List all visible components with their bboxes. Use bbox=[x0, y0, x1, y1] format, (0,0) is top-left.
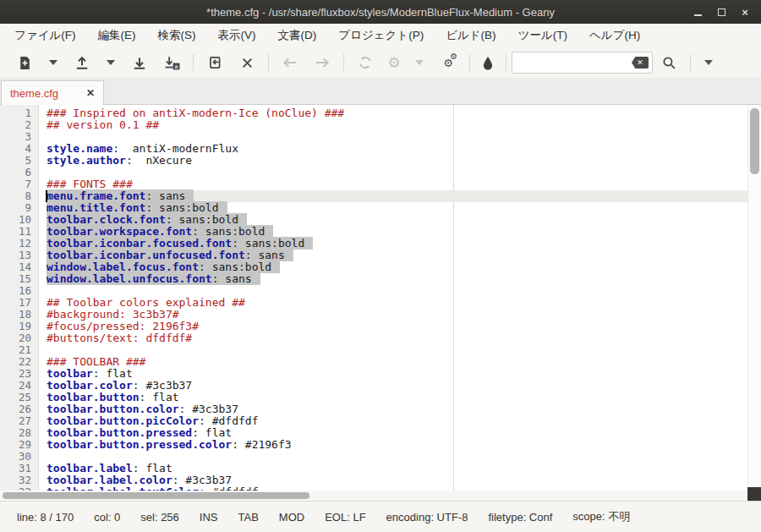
toolbar-separator bbox=[690, 54, 691, 71]
compile-refresh-icon bbox=[358, 55, 373, 70]
menu-item-6[interactable]: プロジェクト(P) bbox=[327, 25, 435, 47]
window-title: *theme.cfg - /usr/share/fluxbox/styles/M… bbox=[0, 6, 761, 19]
back-arrow-icon bbox=[282, 57, 298, 69]
code-line: toolbar.button.color: #3c3b37 bbox=[47, 403, 747, 415]
save-file-button[interactable] bbox=[123, 50, 156, 75]
close-icon: × bbox=[742, 6, 748, 19]
new-dropdown-button[interactable] bbox=[41, 50, 66, 75]
line-number: 31 bbox=[0, 463, 31, 474]
close-file-icon bbox=[241, 57, 254, 69]
line-number: 17 bbox=[0, 297, 31, 309]
open-dropdown-button[interactable] bbox=[98, 50, 123, 75]
statusbar-item-1: line: 8 / 170 bbox=[17, 511, 74, 524]
menu-item-8[interactable]: ツール(T) bbox=[507, 25, 578, 47]
minimize-button[interactable] bbox=[688, 3, 707, 20]
color-chooser-button[interactable] bbox=[475, 50, 501, 75]
code-lines[interactable]: ### Inspired on antiX-modern-Ice (noClue… bbox=[40, 105, 747, 491]
tab-close-icon[interactable]: ✕ bbox=[86, 87, 95, 99]
chevron-down-icon bbox=[49, 60, 57, 65]
code-line: #buttons/text: dfdfdf# bbox=[47, 332, 747, 344]
maximize-icon bbox=[718, 8, 725, 16]
code-line: style.name: antiX-modernFlux bbox=[47, 143, 747, 155]
horizontal-scrollbar-thumb[interactable] bbox=[3, 492, 309, 499]
line-number: 11 bbox=[0, 226, 31, 238]
geany-window: *theme.cfg - /usr/share/fluxbox/styles/M… bbox=[0, 0, 761, 532]
code-line: menu.title.font: sans:bold bbox=[47, 202, 747, 214]
navigate-forward-button[interactable] bbox=[306, 50, 338, 75]
code-line: toolbar.iconbar.unfocused.font: sans bbox=[47, 250, 747, 261]
menu-item-4[interactable]: 表示(V) bbox=[207, 25, 267, 47]
compile-button[interactable] bbox=[349, 50, 381, 75]
toolbar-separator bbox=[506, 54, 506, 71]
code-line bbox=[47, 451, 747, 463]
navigate-back-button[interactable] bbox=[274, 50, 306, 75]
window-controls: × bbox=[688, 3, 761, 20]
code-line: toolbar.workspace.font: sans:bold bbox=[47, 226, 747, 238]
code-line: toolbar.label: flat bbox=[47, 463, 747, 474]
code-line: window.label.focus.font: sans:bold bbox=[47, 261, 747, 273]
line-number: 24 bbox=[0, 380, 31, 392]
open-file-button[interactable] bbox=[66, 50, 98, 75]
search-button[interactable] bbox=[653, 50, 685, 75]
line-number: 13 bbox=[0, 250, 31, 261]
menu-item-2[interactable]: 編集(E) bbox=[87, 25, 147, 47]
code-line: toolbar.button: flat bbox=[47, 392, 747, 403]
tab-theme-cfg[interactable]: theme.cfg ✕ bbox=[1, 80, 104, 105]
statusbar-item-5: TAB bbox=[238, 511, 259, 524]
run-gears-icon: ⚙⚙ bbox=[443, 58, 453, 69]
vertical-scrollbar-thumb[interactable] bbox=[750, 108, 759, 174]
chevron-down-icon bbox=[415, 60, 424, 65]
statusbar-item-7: EOL: LF bbox=[325, 511, 365, 524]
editor[interactable]: 1234567891011121314151617181920212223242… bbox=[0, 105, 761, 501]
statusbar-item-10: scope: 不明 bbox=[572, 509, 630, 524]
line-number: 2 bbox=[0, 119, 31, 131]
clear-search-icon[interactable]: ✕ bbox=[632, 57, 649, 69]
toolbar-overflow-button[interactable] bbox=[696, 50, 721, 75]
save-all-button[interactable]: a bbox=[156, 50, 188, 75]
close-file-button[interactable] bbox=[231, 50, 263, 75]
line-number: 9 bbox=[0, 202, 31, 214]
line-number: 6 bbox=[0, 167, 31, 178]
search-icon bbox=[662, 56, 676, 70]
menu-item-5[interactable]: 文書(D) bbox=[267, 25, 328, 47]
toolbar-separator bbox=[469, 54, 470, 71]
build-dropdown-button[interactable] bbox=[407, 50, 432, 75]
code-line: ## version 0.1 ## bbox=[47, 119, 747, 131]
svg-text:a: a bbox=[174, 63, 178, 70]
menu-item-3[interactable]: 検索(S) bbox=[147, 25, 207, 47]
statusbar-item-6: MOD bbox=[279, 511, 304, 524]
forward-arrow-icon bbox=[315, 57, 330, 69]
toolbar-separator bbox=[343, 54, 344, 71]
revert-file-button[interactable] bbox=[199, 50, 231, 75]
vertical-scrollbar[interactable] bbox=[747, 105, 761, 491]
line-number: 15 bbox=[0, 273, 31, 285]
tab-label: theme.cfg bbox=[10, 87, 58, 100]
close-button[interactable]: × bbox=[736, 3, 754, 20]
maximize-button[interactable] bbox=[712, 3, 731, 20]
menu-item-9[interactable]: ヘルプ(H) bbox=[578, 25, 651, 47]
build-button[interactable]: ⚙ bbox=[381, 50, 407, 75]
menubar: ファイル(F)編集(E)検索(S)表示(V)文書(D)プロジェクト(P)ビルド(… bbox=[0, 24, 761, 47]
search-input[interactable]: ✕ bbox=[512, 52, 653, 74]
new-document-button[interactable] bbox=[8, 50, 41, 75]
line-number: 8 bbox=[0, 190, 31, 202]
toolbar-separator bbox=[193, 54, 194, 71]
horizontal-scrollbar[interactable] bbox=[0, 491, 747, 501]
toolbar-separator bbox=[268, 54, 269, 71]
code-line bbox=[47, 131, 747, 143]
menu-item-1[interactable]: ファイル(F) bbox=[3, 25, 87, 47]
line-number: 16 bbox=[0, 285, 31, 297]
execute-button[interactable]: ⚙⚙ bbox=[432, 50, 464, 75]
tabbar: theme.cfg ✕ bbox=[0, 78, 761, 105]
line-number: 28 bbox=[0, 427, 31, 439]
line-number: 23 bbox=[0, 368, 31, 380]
text-caret bbox=[46, 190, 47, 202]
statusbar-item-2: col: 0 bbox=[94, 511, 120, 524]
scrollbar-corner bbox=[747, 487, 761, 501]
menu-item-7[interactable]: ビルド(B) bbox=[435, 25, 506, 47]
line-number: 29 bbox=[0, 439, 31, 451]
line-number: 22 bbox=[0, 356, 31, 368]
titlebar: *theme.cfg - /usr/share/fluxbox/styles/M… bbox=[0, 0, 761, 24]
revert-file-icon bbox=[207, 55, 222, 70]
gear-icon: ⚙ bbox=[387, 56, 400, 70]
